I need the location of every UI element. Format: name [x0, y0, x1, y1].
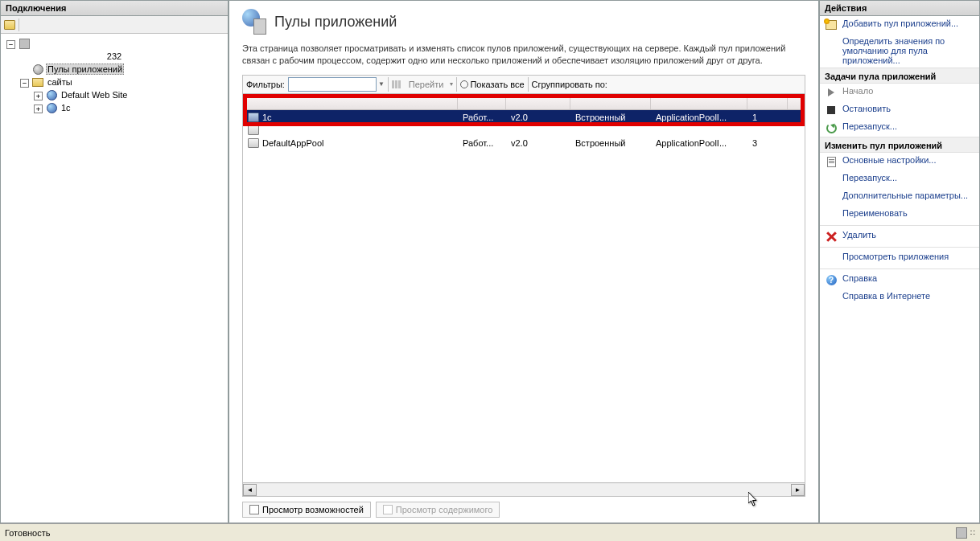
action-restart[interactable]: Перезапуск...: [820, 170, 979, 188]
action-view-apps[interactable]: Просмотреть приложения: [820, 249, 979, 267]
app-pools-icon: [33, 64, 43, 75]
section-edit-pool: Изменить пул приложений: [820, 137, 979, 153]
separator: [820, 268, 979, 269]
status-bar-right: ∷: [956, 527, 975, 539]
blank-icon: [825, 191, 838, 203]
actions-panel: Действия Добавить пул приложений... Опре…: [819, 0, 980, 523]
document-icon: [827, 157, 836, 167]
col-version[interactable]: [506, 94, 570, 109]
collapse-icon[interactable]: −: [6, 40, 15, 49]
main-content: Пулы приложений Эта страница позволяет п…: [229, 0, 819, 523]
app-pools-grid[interactable]: 1c Работ... v2.0 Встроенный ApplicationP…: [242, 94, 805, 497]
separator: [528, 77, 529, 92]
collapse-icon[interactable]: −: [20, 79, 29, 88]
filter-input[interactable]: [288, 77, 377, 92]
content-icon: [383, 505, 393, 514]
page-description: Эта страница позволяет просматривать и и…: [242, 43, 805, 67]
blank-icon: [825, 36, 838, 49]
folder-icon: [32, 78, 43, 87]
tree-site-default[interactable]: + Default Web Site: [4, 88, 224, 101]
tab-content-view[interactable]: Просмотр содержимого: [376, 502, 500, 518]
blank-icon: [825, 252, 838, 264]
folder-icon[interactable]: [4, 20, 15, 30]
action-set-defaults[interactable]: Определить значения по умолчанию для пул…: [820, 34, 979, 68]
go-button[interactable]: Перейти: [406, 80, 447, 89]
site-icon: [47, 90, 57, 100]
actions-header: Действия: [820, 1, 979, 16]
separator: [388, 77, 389, 92]
blank-icon: [825, 173, 838, 186]
play-icon: [828, 88, 834, 96]
connections-tree[interactable]: − 232 Пулы приложений − сайты +: [1, 34, 228, 523]
separator: [820, 247, 979, 248]
action-add-pool[interactable]: Добавить пул приложений...: [820, 16, 979, 34]
tree-server-node[interactable]: −: [4, 37, 224, 50]
app-pools-title-icon: [242, 9, 268, 35]
page-title: Пулы приложений: [274, 14, 397, 31]
app-pool-icon: [248, 113, 259, 122]
blank-icon: [825, 291, 838, 304]
action-start[interactable]: Начало: [820, 84, 979, 101]
connections-header: Подключения: [1, 1, 228, 16]
status-indicator: ∷: [970, 529, 975, 537]
col-mode[interactable]: [570, 94, 651, 109]
action-help-online[interactable]: Справка в Интернете: [820, 289, 979, 306]
go-icon: [392, 80, 401, 88]
recycle-icon: [826, 123, 837, 133]
action-recycle[interactable]: Перезапуск...: [820, 119, 979, 137]
group-by-label[interactable]: Сгруппировать по:: [532, 80, 607, 89]
scroll-left-button[interactable]: ◄: [243, 484, 257, 496]
col-state[interactable]: [458, 94, 506, 109]
show-all-icon: [460, 80, 468, 88]
horizontal-scrollbar[interactable]: ◄ ►: [243, 482, 805, 496]
add-icon: [826, 20, 837, 30]
action-basic-settings[interactable]: Основные настройки...: [820, 153, 979, 170]
tree-sites[interactable]: − сайты: [4, 76, 224, 88]
show-all-button[interactable]: Показать все: [470, 80, 524, 89]
blank-icon: [825, 208, 838, 221]
expand-icon[interactable]: +: [34, 92, 43, 100]
action-help[interactable]: ? Справка: [820, 271, 979, 289]
tree-site-1c[interactable]: + 1c: [4, 101, 224, 114]
scroll-right-button[interactable]: ►: [791, 484, 805, 496]
grid-row[interactable]: DefaultAppPool Работ... v2.0 Встроенный …: [243, 136, 805, 150]
grid-header[interactable]: [243, 94, 805, 110]
view-tabs: Просмотр возможностей Просмотр содержимо…: [229, 497, 818, 523]
tree-server-label[interactable]: 232: [4, 50, 224, 63]
help-icon: ?: [826, 275, 837, 285]
features-icon: [249, 505, 259, 514]
filter-label: Фильтры:: [246, 80, 285, 89]
col-apps[interactable]: [747, 94, 788, 109]
col-name[interactable]: [243, 94, 458, 109]
col-identity[interactable]: [651, 94, 747, 109]
action-stop[interactable]: Остановить: [820, 101, 979, 119]
grid-row-obscured[interactable]: [243, 125, 805, 136]
status-bar: Готовность ∷: [0, 523, 980, 541]
stop-icon: [827, 106, 835, 114]
tab-features-view[interactable]: Просмотр возможностей: [242, 502, 371, 518]
status-server-icon: [956, 527, 967, 539]
tree-app-pools[interactable]: Пулы приложений: [4, 63, 224, 76]
connections-panel: Подключения − 232 Пулы приложений −: [0, 0, 229, 523]
connections-toolbar: [1, 16, 228, 34]
grid-row[interactable]: 1c Работ... v2.0 Встроенный ApplicationP…: [243, 110, 805, 125]
action-rename[interactable]: Переименовать: [820, 206, 979, 223]
separator: [456, 77, 457, 92]
page-title-row: Пулы приложений: [242, 9, 805, 35]
expand-icon[interactable]: +: [34, 105, 43, 113]
scroll-track[interactable]: [257, 484, 791, 496]
separator: [820, 225, 979, 226]
action-delete[interactable]: Удалить: [820, 227, 979, 245]
separator: [19, 18, 19, 31]
delete-icon: [826, 232, 837, 242]
site-icon: [47, 103, 57, 113]
filter-bar: Фильтры: ▼ Перейти ▾ Показать все Сгрупп…: [242, 75, 805, 94]
action-advanced[interactable]: Дополнительные параметры...: [820, 188, 979, 206]
grid-body: 1c Работ... v2.0 Встроенный ApplicationP…: [243, 110, 805, 150]
status-text: Готовность: [5, 528, 50, 538]
dropdown-icon[interactable]: ▾: [450, 80, 453, 88]
server-icon: [19, 39, 30, 49]
app-pool-icon: [248, 138, 259, 148]
section-pool-tasks: Задачи пула приложений: [820, 68, 979, 84]
dropdown-icon[interactable]: ▼: [378, 80, 385, 88]
